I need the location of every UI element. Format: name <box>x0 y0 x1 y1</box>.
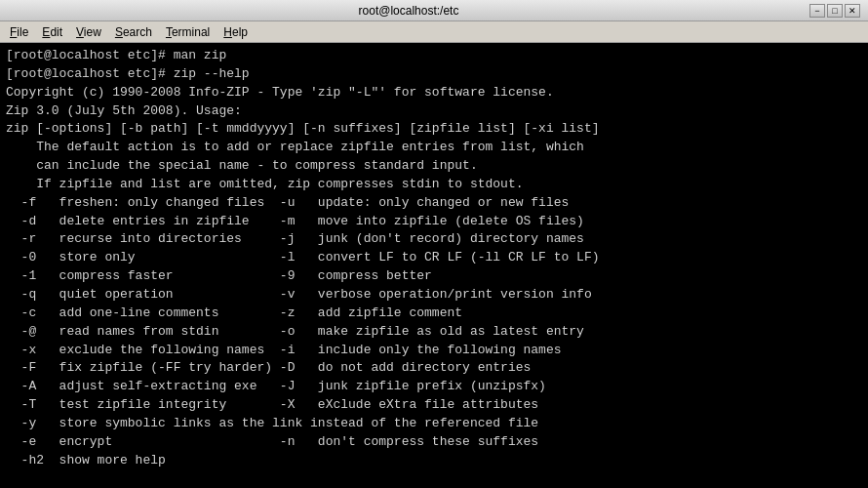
minimize-button[interactable]: − <box>809 4 825 18</box>
menu-search[interactable]: Search <box>109 23 158 41</box>
menu-view[interactable]: View <box>70 23 107 41</box>
titlebar: root@localhost:/etc − □ ✕ <box>0 0 868 21</box>
menu-file[interactable]: File <box>4 23 34 41</box>
close-button[interactable]: ✕ <box>845 4 860 18</box>
menu-edit[interactable]: Edit <box>36 23 68 41</box>
window-controls[interactable]: − □ ✕ <box>809 4 860 18</box>
maximize-button[interactable]: □ <box>827 4 843 18</box>
terminal-output[interactable]: [root@localhost etc]# man zip [root@loca… <box>0 43 868 488</box>
menubar: File Edit View Search Terminal Help <box>0 21 868 43</box>
window-title: root@localhost:/etc <box>8 4 809 18</box>
menu-terminal[interactable]: Terminal <box>160 23 216 41</box>
menu-help[interactable]: Help <box>217 23 254 41</box>
